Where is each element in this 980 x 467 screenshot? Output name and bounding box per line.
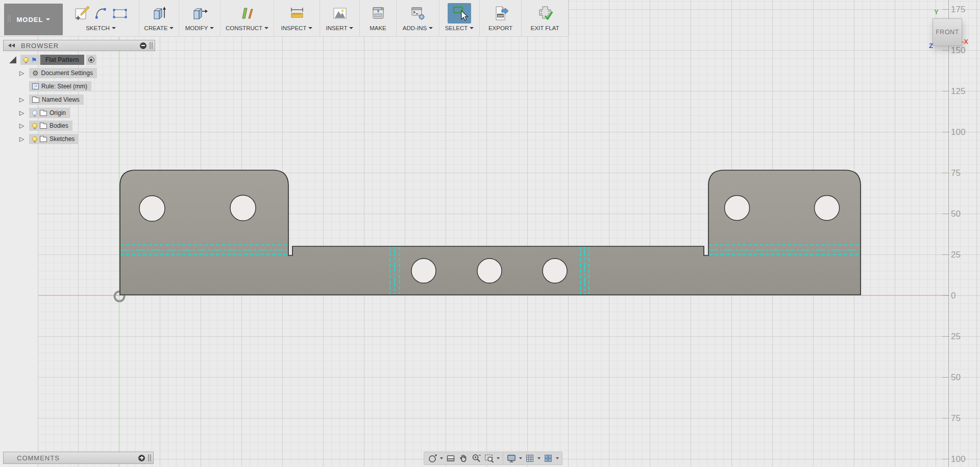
pan-icon[interactable] <box>458 453 469 463</box>
chevron-down-icon <box>264 27 268 29</box>
tree-item-label-selected[interactable]: Flat Pattern <box>40 55 84 65</box>
inspect-icon[interactable] <box>288 5 306 22</box>
construct-icon[interactable] <box>238 5 256 22</box>
toolbar-group-modify[interactable]: MODIFY <box>179 0 220 37</box>
create-sketch-icon[interactable] <box>74 5 91 22</box>
window-zoom-icon[interactable] <box>484 453 494 463</box>
ruler-tick <box>942 254 948 255</box>
viewports-icon[interactable] <box>543 453 553 463</box>
expand-closed-icon[interactable]: ▷ <box>19 110 24 116</box>
folder-icon <box>40 111 47 116</box>
ruler-tick <box>942 91 948 91</box>
expand-closed-icon[interactable]: ▷ <box>19 123 24 129</box>
radio-active-icon[interactable] <box>88 57 94 63</box>
tree-item-origin[interactable]: ▷ Origin <box>19 108 70 118</box>
ruler-label: 100 <box>951 454 974 464</box>
activate-component-control[interactable] <box>86 55 96 65</box>
display-settings-icon[interactable] <box>506 453 517 463</box>
display-settings-bar <box>503 452 562 465</box>
viewcube-face-label[interactable]: FRONT <box>936 29 959 36</box>
chevron-down-icon[interactable] <box>537 457 541 459</box>
export-dxf-icon[interactable]: DXF <box>492 5 509 22</box>
toolbar-group-exit-flat[interactable]: EXIT FLAT <box>522 0 569 37</box>
expand-closed-icon[interactable]: ▷ <box>19 97 24 103</box>
expand-panel-icon[interactable] <box>138 455 145 461</box>
flat-pattern-part[interactable] <box>120 170 861 295</box>
tree-item-bodies[interactable]: ▷ Bodies <box>19 121 72 131</box>
viewcube[interactable]: FRONT <box>933 18 962 46</box>
toolbar-group-insert[interactable]: INSERT <box>320 0 360 37</box>
bulb-off-icon[interactable] <box>32 110 37 115</box>
chevron-down-icon[interactable] <box>556 457 559 459</box>
chevron-down-icon[interactable] <box>440 457 443 459</box>
ruler-label: 75 <box>951 413 974 424</box>
orbit-icon[interactable] <box>427 453 437 463</box>
collapse-panel-icon[interactable] <box>8 43 15 48</box>
chevron-down-icon[interactable] <box>497 457 500 459</box>
chevron-down-icon <box>429 27 433 29</box>
flat-pattern-flag-icon: ⚑ <box>31 57 37 63</box>
addins-icon[interactable] <box>409 5 427 22</box>
create-icon[interactable] <box>151 5 168 22</box>
folder-icon <box>32 98 39 103</box>
toolbar-group-create[interactable]: CREATE <box>139 0 179 37</box>
browser-panel-header[interactable]: BROWSER <box>3 40 155 51</box>
toolbar-group-construct[interactable]: CONSTRUCT <box>220 0 274 37</box>
expand-closed-icon[interactable]: ▷ <box>19 136 24 142</box>
ruler-label: 0 <box>951 291 974 301</box>
modify-menu-label: MODIFY <box>185 25 208 31</box>
bulb-on-icon[interactable] <box>32 123 37 128</box>
ruler-label: 175 <box>951 5 974 15</box>
zoom-icon[interactable] <box>471 453 481 463</box>
expand-open-icon[interactable] <box>9 56 16 63</box>
tree-item-document-settings[interactable]: ▷ ⚙ Document Settings <box>19 68 97 78</box>
make-menu-label: MAKE <box>370 25 386 31</box>
toolbar-group-sketch[interactable]: SKETCH <box>63 0 139 37</box>
tree-item-sketches[interactable]: ▷ Sketches <box>19 134 79 144</box>
ruler-label: 150 <box>951 45 974 56</box>
modify-icon[interactable] <box>191 5 208 22</box>
look-at-icon[interactable] <box>446 453 456 463</box>
rectangle-icon[interactable] <box>111 5 129 22</box>
chevron-down-icon <box>470 27 474 29</box>
grid-settings-icon[interactable] <box>525 453 535 463</box>
exit-flat-menu-label: EXIT FLAT <box>531 25 559 31</box>
visibility-group[interactable]: ⚑ <box>20 55 40 65</box>
panel-resize-grip[interactable] <box>150 42 153 49</box>
exit-flat-icon[interactable] <box>536 5 554 22</box>
tree-item-rule[interactable]: Rule: Steel (mm) <box>29 81 91 91</box>
panel-resize-grip[interactable] <box>148 454 151 461</box>
comments-panel-header[interactable]: COMMENTS <box>3 452 154 464</box>
spline-icon[interactable] <box>92 5 110 22</box>
folder-icon <box>40 137 47 142</box>
ruler-tick <box>942 214 948 214</box>
tree-item-flat-pattern[interactable]: ⚑ Flat Pattern <box>9 55 96 65</box>
ruler-tick <box>942 9 948 10</box>
make-icon[interactable] <box>370 5 387 22</box>
bulb-on-icon[interactable] <box>32 136 37 142</box>
bulb-on-icon[interactable] <box>23 57 29 62</box>
ruler-label: 100 <box>951 127 974 137</box>
select-menu-label: SELECT <box>445 25 468 31</box>
toolbar-group-export[interactable]: DXF EXPORT <box>480 0 522 37</box>
ruler-label: 50 <box>951 209 974 219</box>
ruler-tick <box>942 459 948 459</box>
create-menu-label: CREATE <box>144 25 168 31</box>
chevron-down-icon[interactable] <box>519 457 522 459</box>
ruler-label: 50 <box>951 372 974 383</box>
insert-icon[interactable] <box>331 5 349 22</box>
select-tool-active[interactable] <box>448 3 471 24</box>
navigation-bar <box>424 452 503 465</box>
ruler-tick <box>942 418 948 418</box>
toolbar-group-inspect[interactable]: INSPECT <box>274 0 320 37</box>
workspace-selector[interactable]: MODEL <box>4 4 63 35</box>
toolbar-grip-icon[interactable] <box>8 15 11 22</box>
minimize-panel-icon[interactable] <box>140 42 146 49</box>
toolbar-group-addins[interactable]: ADD-INS <box>397 0 439 37</box>
toolbar-group-select[interactable]: SELECT <box>439 0 480 37</box>
toolbar-group-make[interactable]: MAKE <box>360 0 397 37</box>
model-canvas[interactable] <box>0 0 980 467</box>
ruler-tick <box>942 336 948 337</box>
expand-closed-icon[interactable]: ▷ <box>19 70 24 76</box>
tree-item-named-views[interactable]: ▷ Named Views <box>19 95 84 105</box>
